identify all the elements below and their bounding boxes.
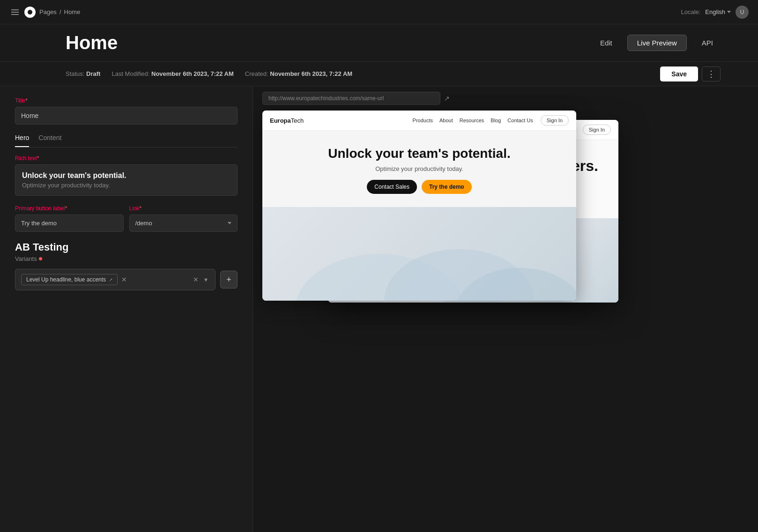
created-value: November 6th 2023, 7:22 AM	[270, 70, 352, 77]
breadcrumb: Pages / Home	[39, 8, 80, 15]
preview-a-nav-resources[interactable]: Resources	[460, 118, 484, 123]
preview-b-signin[interactable]: Sign In	[583, 125, 611, 135]
preview-a-nav: EuropaTech Products About Resources Blog…	[262, 111, 576, 131]
variants-label: Variants	[15, 255, 238, 262]
preview-a-btns: Contact Sales Try the demo	[274, 180, 565, 194]
preview-a-nav-about[interactable]: About	[439, 118, 453, 123]
add-variant-button[interactable]: +	[220, 271, 238, 288]
variants-row: Level Up headline, blue accents ↗ ✕ ✕ ▾ …	[15, 269, 238, 290]
breadcrumb-home[interactable]: Home	[64, 8, 81, 15]
preview-a-image	[262, 207, 576, 301]
last-modified-value: November 6th 2023, 7:22 AM	[151, 70, 234, 77]
title-input[interactable]	[15, 107, 238, 125]
logo-icon	[24, 7, 36, 18]
link-input[interactable]: /demo	[129, 214, 238, 232]
breadcrumb-pages[interactable]: Pages	[39, 8, 57, 15]
last-modified-label: Last Modified:	[111, 70, 149, 77]
chevron-down-icon	[727, 11, 731, 13]
ab-testing-title: AB Testing	[15, 241, 238, 253]
rich-text-headline: Unlock your team's potential.	[22, 171, 230, 180]
preview-a-contact-btn[interactable]: Contact Sales	[367, 180, 417, 194]
top-bar-left: Pages / Home	[9, 7, 676, 18]
status-text: Status: Draft	[66, 70, 100, 77]
status-bar-right: Save ⋮	[660, 66, 721, 81]
top-bar: Pages / Home Locale: English U	[0, 0, 758, 24]
preview-a-nav-contact[interactable]: Contact Us	[507, 118, 533, 123]
title-actions: Edit Live Preview API	[593, 35, 721, 51]
top-bar-right: Locale: English U	[681, 6, 749, 19]
variant-external-icon: ↗	[109, 277, 112, 282]
preview-a-headline: Unlock your team's potential.	[274, 146, 565, 162]
locale-value: English	[705, 8, 725, 15]
preview-a-demo-btn[interactable]: Try the demo	[422, 180, 472, 194]
tab-content[interactable]: Content	[38, 134, 61, 147]
url-input[interactable]	[262, 92, 440, 105]
avatar-initials: U	[740, 9, 744, 15]
variant-remove-icon[interactable]: ✕	[121, 276, 127, 283]
variants-required-dot	[39, 257, 42, 260]
preview-a-brand: EuropaTech	[270, 117, 304, 124]
link-chevron-icon	[228, 222, 231, 224]
edit-button[interactable]: Edit	[593, 35, 620, 51]
tab-hero[interactable]: Hero	[15, 134, 29, 147]
rich-text-sub: Optimize your productivity today.	[22, 182, 230, 189]
more-options-button[interactable]: ⋮	[702, 66, 721, 81]
preview-a-nav-links: Products About Resources Blog Contact Us	[413, 118, 533, 123]
variant-item: Level Up headline, blue accents ↗ ✕ ✕ ▾	[15, 269, 216, 290]
status-label: Status:	[66, 70, 84, 77]
rich-text-field[interactable]: Unlock your team's potential. Optimize y…	[15, 164, 238, 196]
url-bar: ↗	[253, 86, 758, 111]
primary-button-col: Primary button label* Try the demo	[15, 205, 124, 232]
variant-expand-button[interactable]: ▾	[202, 274, 209, 285]
status-value: Draft	[86, 70, 100, 77]
locale-selector[interactable]: English	[705, 8, 731, 15]
variant-tag[interactable]: Level Up headline, blue accents ↗	[21, 274, 118, 285]
previews-wrapper: EuropaTech Products About Resources Blog…	[262, 111, 749, 373]
api-button[interactable]: API	[694, 35, 721, 51]
title-bar: Home Edit Live Preview API	[0, 24, 758, 62]
variant-collapse-button[interactable]: ✕	[191, 274, 201, 285]
created-label: Created:	[245, 70, 268, 77]
left-panel: Title* Hero Content Rich text* Unlock yo…	[0, 86, 253, 532]
link-value: /demo	[135, 220, 152, 227]
preview-a-signin[interactable]: Sign In	[541, 115, 569, 126]
locale-label: Locale:	[681, 8, 700, 15]
breadcrumb-sep1: /	[59, 8, 61, 15]
title-field-label: Title*	[15, 97, 238, 104]
last-modified-text: Last Modified: November 6th 2023, 7:22 A…	[111, 70, 233, 77]
primary-button-input[interactable]: Try the demo	[15, 214, 124, 232]
save-button[interactable]: Save	[660, 66, 698, 81]
right-panel: ↗ EuropaTech Products About Resources Bl…	[253, 86, 758, 532]
ab-testing-section: AB Testing Variants Level Up headline, b…	[15, 241, 238, 290]
live-preview-button[interactable]: Live Preview	[627, 35, 687, 51]
main-content: Title* Hero Content Rich text* Unlock yo…	[0, 86, 758, 532]
button-link-row: Primary button label* Try the demo Link*…	[15, 205, 238, 232]
primary-button-label-label: Primary button label*	[15, 205, 124, 212]
preview-default: EuropaTech Products About Resources Blog…	[262, 111, 576, 301]
created-text: Created: November 6th 2023, 7:22 AM	[245, 70, 352, 77]
status-bar: Status: Draft Last Modified: November 6t…	[0, 62, 758, 86]
link-col: Link* /demo	[129, 205, 238, 232]
variant-name: Level Up headline, blue accents	[26, 276, 106, 283]
variant-controls: ✕ ▾	[191, 274, 209, 285]
page-title: Home	[66, 32, 593, 53]
avatar[interactable]: U	[736, 6, 749, 19]
rich-text-label: Rich text*	[15, 155, 238, 162]
preview-a-nav-blog[interactable]: Blog	[490, 118, 501, 123]
tabs-row: Hero Content	[15, 134, 238, 148]
preview-a-hero: Unlock your team's potential. Optimize y…	[262, 131, 576, 207]
external-link-icon[interactable]: ↗	[444, 95, 450, 102]
preview-a-sub: Optimize your productivity today.	[274, 165, 565, 172]
menu-icon[interactable]	[9, 7, 21, 17]
preview-a-nav-products[interactable]: Products	[413, 118, 433, 123]
link-label-label: Link*	[129, 205, 238, 212]
